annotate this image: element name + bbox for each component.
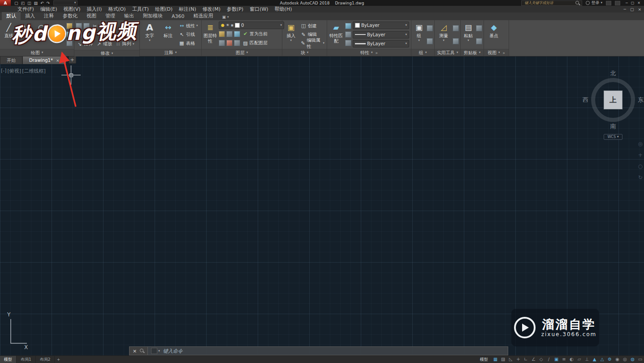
command-prompt[interactable]: 键入命令 <box>163 348 183 354</box>
menu-view[interactable]: 视图(V) <box>60 6 83 13</box>
dynamic-ucs-icon[interactable]: ⊥ <box>583 356 591 363</box>
panel-label-utilities[interactable]: 实用工具▾ <box>435 49 460 56</box>
ribbon-tab-insert[interactable]: 插入 <box>21 12 39 20</box>
orbit-icon[interactable]: ↻ <box>638 175 643 180</box>
menu-parametric[interactable]: 参数(P) <box>224 6 246 13</box>
drawing1-tab[interactable]: Drawing1* × <box>22 56 66 64</box>
polar-tracking-icon[interactable]: ∠ <box>530 356 537 363</box>
menu-edit[interactable]: 编辑(E) <box>37 6 61 13</box>
viewcube-ring[interactable]: 西 上 东 <box>591 78 635 122</box>
insert-block-button[interactable]: ▣ 插入 ▾ <box>284 21 298 48</box>
mirror-icon[interactable] <box>83 32 90 38</box>
fillet-button[interactable]: ⌒ 圆角 ▾ <box>91 31 112 39</box>
wcs-dropdown[interactable]: WCS ▾ <box>604 134 622 140</box>
ribbon-display-options-icon[interactable]: ▣▾ <box>222 15 229 20</box>
grid-icon[interactable]: ▦ <box>492 356 499 363</box>
panel-label-layers[interactable]: 图层▾ <box>202 49 282 56</box>
plot-icon[interactable]: ▤ <box>34 1 38 5</box>
panel-label-block[interactable]: 块▾ <box>282 49 327 56</box>
ungroup-icon[interactable] <box>427 38 433 44</box>
isodraft-icon[interactable]: ◇ <box>537 356 545 363</box>
circle-button[interactable]: ○ ▾ <box>34 21 49 48</box>
viewcube-top-face[interactable]: 上 <box>604 91 622 109</box>
drawing-canvas[interactable]: [-] [俯视] [二维线框] 北 西 上 东 南 WCS ▾ ◎ + ○ ↻ … <box>0 56 644 356</box>
match-properties-button[interactable]: ▰ 特性匹配 <box>328 21 344 48</box>
stretch-button[interactable]: ↘ 拉伸 <box>76 40 94 48</box>
layer-unlock-icon[interactable] <box>226 40 233 46</box>
cut-icon[interactable] <box>476 25 482 31</box>
menu-tools[interactable]: 工具(T) <box>129 6 152 13</box>
workspace-dropdown[interactable]: ▾ <box>53 0 78 5</box>
save-icon[interactable]: ◫ <box>27 1 31 5</box>
quick-select-icon[interactable] <box>453 25 459 31</box>
viewport-menu-control[interactable]: [-] <box>1 68 7 74</box>
layout2-tab[interactable]: 布局2 <box>36 356 55 363</box>
signin-button[interactable]: 登录 ▾ <box>586 0 602 6</box>
viewcube-south-label[interactable]: 南 <box>610 122 616 130</box>
model-tab[interactable]: 模型 <box>0 356 17 363</box>
match-layer-button[interactable]: ▨ 匹配图层 <box>242 39 268 48</box>
maximize-icon[interactable]: ▢ <box>631 1 635 5</box>
new-drawing-tab-button[interactable]: + <box>69 56 76 64</box>
rotate-icon[interactable] <box>83 23 90 29</box>
layer-freeze-icon[interactable] <box>234 31 240 37</box>
autodesk-app-store-icon[interactable] <box>606 1 611 5</box>
panel-label-modify[interactable]: 修改▾ <box>74 50 139 56</box>
application-menu-button[interactable]: A <box>0 0 11 6</box>
panel-label-view[interactable]: 视图▾» <box>484 49 509 56</box>
search-icon[interactable] <box>140 349 144 353</box>
paste-button[interactable]: ▤ 粘贴 ▾ <box>462 21 475 48</box>
panel-label-properties[interactable]: 特性▾» <box>327 49 411 56</box>
panel-label-clipboard[interactable]: 剪贴板▾ <box>461 49 484 56</box>
selection-cycling-icon[interactable]: ▱ <box>575 356 583 363</box>
ribbon-tab-featured-apps[interactable]: 精选应用 <box>189 12 218 20</box>
menu-file[interactable]: 文件(F) <box>14 6 37 13</box>
graphics-performance-icon[interactable]: ◍ <box>629 356 636 363</box>
layer-off-icon[interactable] <box>219 31 225 37</box>
view-control[interactable]: [俯视] <box>8 68 22 74</box>
linear-dimension-button[interactable]: ↔ 线性 ▾ <box>178 22 199 30</box>
osnap-tracking-icon[interactable]: ∕ <box>545 356 553 363</box>
ribbon-tab-view[interactable]: 视图 <box>82 12 101 20</box>
ortho-icon[interactable]: ∟ <box>522 356 530 363</box>
new-layout-button[interactable]: + <box>55 357 62 362</box>
viewcube-east-label[interactable]: 东 <box>638 96 644 104</box>
arc-button[interactable]: ◠ ▾ <box>50 21 65 48</box>
recent-commands-icon[interactable]: ▾ <box>151 348 160 354</box>
infer-constraints-icon[interactable]: ◺ <box>507 356 514 363</box>
window-close-icon[interactable]: × <box>638 7 641 12</box>
copy-icon[interactable] <box>76 32 82 38</box>
create-block-button[interactable]: ◫ 创建 <box>300 22 325 30</box>
connect-icon[interactable] <box>615 1 620 5</box>
menu-modify[interactable]: 修改(M) <box>199 6 224 13</box>
viewcube-north-label[interactable]: 北 <box>610 69 616 78</box>
object-snap-icon[interactable]: ▣ <box>553 356 560 363</box>
dynamic-input-icon[interactable]: + <box>514 356 522 363</box>
move-icon[interactable] <box>76 23 82 29</box>
menu-format[interactable]: 格式(O) <box>105 6 129 13</box>
zoom-icon[interactable]: ○ <box>638 164 643 169</box>
group-edit-icon[interactable] <box>427 25 433 31</box>
start-tab[interactable]: 开始 <box>0 56 22 64</box>
ribbon-tab-annotate[interactable]: 注释 <box>39 12 58 20</box>
visual-style-control[interactable]: [二维线框] <box>22 68 46 74</box>
layout1-tab[interactable]: 布局1 <box>17 356 36 363</box>
ribbon-tab-home[interactable]: 默认 <box>2 12 21 20</box>
close-tab-icon[interactable]: × <box>56 58 60 63</box>
array-button[interactable]: ∷ 阵列 ▾ <box>114 40 135 48</box>
make-current-button[interactable]: ✔ 置为当前 <box>242 30 268 38</box>
window-minimize-icon[interactable]: ─ <box>624 7 626 12</box>
ribbon-tab-addins[interactable]: 附加模块 <box>138 12 167 20</box>
ribbon-tab-output[interactable]: 输出 <box>120 12 138 20</box>
transparency-icon[interactable]: ◐ <box>568 356 575 363</box>
rectangle-icon[interactable] <box>66 23 73 29</box>
object-color-icon[interactable] <box>345 23 351 29</box>
annotation-scale-icon[interactable]: △ <box>598 356 606 363</box>
menu-help[interactable]: 帮助(H) <box>272 6 295 13</box>
lineweight-icon[interactable]: ≡ <box>560 356 568 363</box>
model-space-label[interactable]: 模型 <box>480 357 488 363</box>
menu-dimension[interactable]: 标注(N) <box>176 6 199 13</box>
snap-icon[interactable]: ▨ <box>499 356 507 363</box>
search-input[interactable] <box>523 0 574 5</box>
layer-isolate-icon[interactable] <box>226 31 233 37</box>
